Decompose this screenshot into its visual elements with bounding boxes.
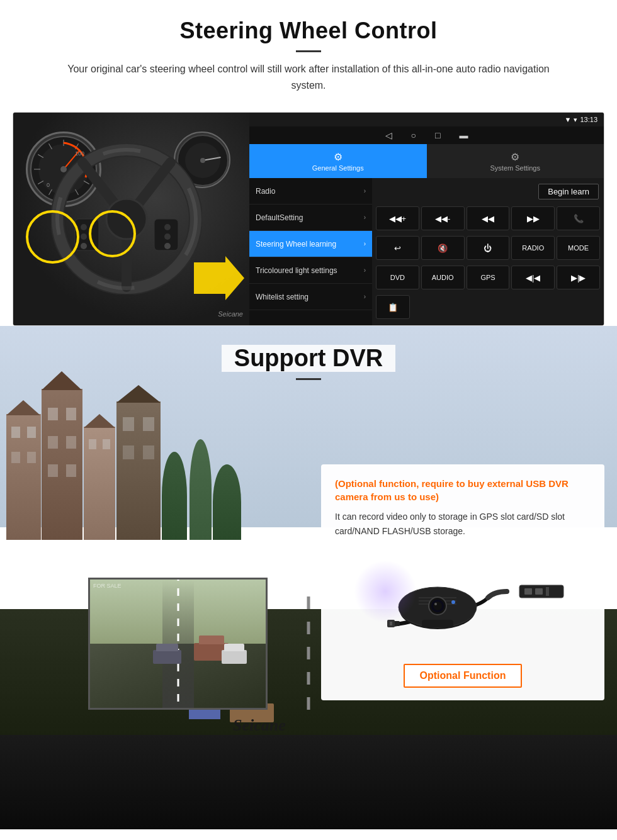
dvr-camera-area bbox=[335, 547, 591, 654]
svg-point-53 bbox=[451, 600, 455, 604]
btn-audio[interactable]: AUDIO bbox=[421, 266, 465, 289]
btn-prev-track[interactable]: ◀◀ bbox=[467, 206, 510, 230]
steering-photo: 0 100 bbox=[13, 113, 249, 325]
menu-arrow-default: › bbox=[364, 214, 366, 221]
tree-1 bbox=[162, 452, 187, 540]
menu-item-default-label: DefaultSetting bbox=[256, 213, 303, 222]
menu-item-default-setting[interactable]: DefaultSetting › bbox=[249, 204, 372, 231]
home-nav-icon[interactable]: ○ bbox=[411, 130, 416, 140]
steering-section: Steering Wheel Control Your original car… bbox=[0, 0, 617, 326]
control-row-2: ↩ 🔇 ⏻ RADIO MODE bbox=[372, 234, 604, 262]
tab-system-settings[interactable]: ⚙ System Settings bbox=[427, 144, 604, 178]
wifi-icon: ▾ bbox=[574, 116, 577, 124]
btn-gps[interactable]: GPS bbox=[467, 266, 510, 289]
btn-radio[interactable]: RADIO bbox=[511, 236, 555, 260]
dvr-title: Support DVR bbox=[222, 345, 395, 372]
menu-list: Radio › DefaultSetting › Steering Wheel … bbox=[249, 178, 372, 325]
control-row-3: DVD AUDIO GPS ◀|◀ ▶|▶ bbox=[372, 264, 604, 291]
menu-arrow-steering: › bbox=[364, 240, 366, 247]
btn-hang-up[interactable]: ↩ bbox=[376, 236, 419, 260]
android-status-bar: ▼ ▾ 13:13 bbox=[249, 113, 604, 126]
btn-vol-up[interactable]: ◀◀+ bbox=[376, 206, 419, 230]
menu-item-steering-wheel[interactable]: Steering Wheel learning › bbox=[249, 231, 372, 257]
dvr-section: Support DVR FOR SALE (Optional function,… bbox=[0, 326, 617, 829]
svg-point-32 bbox=[81, 243, 87, 249]
dvr-preview-inset: FOR SALE bbox=[88, 578, 268, 710]
svg-point-34 bbox=[164, 233, 171, 240]
menu-arrow-radio: › bbox=[364, 188, 366, 194]
preview-road-marks bbox=[177, 578, 179, 702]
system-settings-icon: ⚙ bbox=[511, 151, 519, 163]
menu-item-radio[interactable]: Radio › bbox=[249, 178, 372, 204]
menu-item-steering-label: Steering Wheel learning bbox=[256, 240, 336, 249]
tree-3 bbox=[213, 464, 241, 540]
photo-watermark: Seicane bbox=[218, 310, 243, 318]
menu-nav-icon[interactable]: ▬ bbox=[459, 130, 468, 140]
btn-mode[interactable]: MODE bbox=[557, 236, 600, 260]
svg-point-35 bbox=[164, 243, 171, 249]
preview-car-1 bbox=[153, 650, 181, 664]
svg-text:0: 0 bbox=[47, 182, 50, 188]
optional-function-badge: Optional Function bbox=[404, 664, 523, 688]
tab-general-settings[interactable]: ⚙ General Settings bbox=[249, 144, 427, 178]
menu-item-tricoloured-label: Tricoloured light settings bbox=[256, 266, 337, 275]
menu-item-whitelist-label: Whitelist setting bbox=[256, 293, 308, 301]
btn-vol-down[interactable]: ◀◀- bbox=[421, 206, 465, 230]
building-4 bbox=[116, 401, 161, 540]
btn-phone[interactable]: 📞 bbox=[557, 206, 600, 230]
settings-tabs: ⚙ General Settings ⚙ System Settings bbox=[249, 144, 604, 178]
dvr-title-area: Support DVR bbox=[0, 326, 617, 386]
begin-learn-button[interactable]: Begin learn bbox=[538, 184, 599, 199]
begin-learn-row: Begin learn bbox=[372, 178, 604, 204]
btn-dvd[interactable]: DVD bbox=[376, 266, 419, 289]
svg-point-33 bbox=[164, 224, 171, 230]
building-1 bbox=[6, 414, 41, 540]
svg-point-49 bbox=[433, 602, 442, 610]
btn-mute[interactable]: 🔇 bbox=[421, 236, 465, 260]
steering-subtitle: Your original car's steering wheel contr… bbox=[50, 61, 567, 93]
svg-point-30 bbox=[81, 224, 87, 230]
svg-point-50 bbox=[434, 603, 437, 605]
btn-prev-prev[interactable]: ◀|◀ bbox=[511, 266, 555, 289]
general-settings-icon: ⚙ bbox=[334, 151, 342, 163]
svg-rect-40 bbox=[535, 588, 543, 595]
android-panel: ▼ ▾ 13:13 ◁ ○ □ ▬ ⚙ General Settings ⚙ bbox=[249, 113, 604, 325]
menu-arrow-tricoloured: › bbox=[364, 267, 366, 274]
signal-icon: ▼ bbox=[565, 116, 572, 123]
control-row-1: ◀◀+ ◀◀- ◀◀ ▶▶ 📞 bbox=[372, 204, 604, 232]
car-interior-bottom bbox=[0, 735, 617, 829]
tree-2 bbox=[190, 439, 212, 540]
menu-item-whitelist[interactable]: Whitelist setting › bbox=[249, 284, 372, 310]
dvr-divider bbox=[296, 378, 321, 380]
btn-next-track[interactable]: ▶▶ bbox=[511, 206, 555, 230]
highlight-left bbox=[26, 210, 79, 264]
menu-item-tricoloured[interactable]: Tricoloured light settings › bbox=[249, 257, 372, 284]
seicane-brand-logo: Seicane bbox=[233, 716, 286, 735]
svg-rect-51 bbox=[422, 620, 453, 627]
btn-next-next[interactable]: ▶|▶ bbox=[557, 266, 600, 289]
android-nav-bar: ◁ ○ □ ▬ bbox=[249, 126, 604, 144]
menu-controls-area: Radio › DefaultSetting › Steering Wheel … bbox=[249, 178, 604, 325]
dvr-optional-text: (Optional function, require to buy exter… bbox=[335, 477, 591, 503]
title-divider bbox=[296, 50, 321, 52]
svg-marker-37 bbox=[194, 256, 244, 300]
steering-ui-block: 0 100 bbox=[13, 112, 604, 326]
menu-item-radio-label: Radio bbox=[256, 187, 275, 196]
back-nav-icon[interactable]: ◁ bbox=[385, 130, 392, 140]
steering-title-area: Steering Wheel Control Your original car… bbox=[0, 0, 617, 112]
control-buttons-area: Begin learn ◀◀+ ◀◀- ◀◀ ▶▶ 📞 ↩ 🔇 ⏻ bbox=[372, 178, 604, 325]
svg-rect-39 bbox=[524, 588, 532, 595]
camera-glow-effect bbox=[354, 560, 417, 623]
time-display: 13:13 bbox=[580, 116, 597, 123]
btn-clipboard[interactable]: 📋 bbox=[376, 295, 410, 319]
highlight-right bbox=[89, 210, 136, 257]
yellow-arrow bbox=[194, 256, 244, 300]
tab-general-label: General Settings bbox=[312, 164, 364, 172]
status-icons: ▼ ▾ 13:13 bbox=[565, 116, 597, 124]
dvr-description: It can record video only to storage in G… bbox=[335, 510, 591, 538]
optional-badge-container: Optional Function bbox=[335, 658, 591, 688]
svg-rect-41 bbox=[546, 587, 549, 596]
recents-nav-icon[interactable]: □ bbox=[435, 130, 440, 140]
btn-power[interactable]: ⏻ bbox=[467, 236, 510, 260]
preview-car-white bbox=[222, 650, 247, 664]
